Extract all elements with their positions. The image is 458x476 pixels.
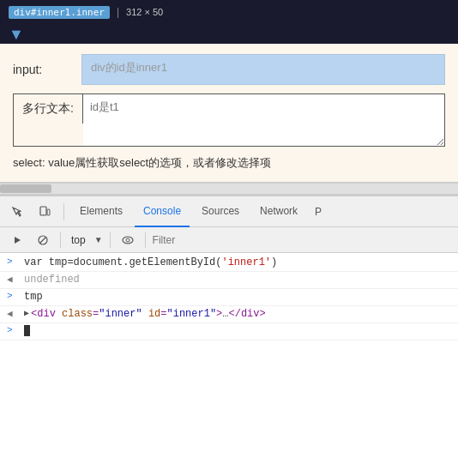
input-arrow-5: >: [7, 325, 17, 335]
expand-triangle-icon[interactable]: ▶: [24, 308, 29, 318]
console-cursor: [24, 325, 30, 336]
svg-marker-3: [15, 237, 21, 244]
toolbar-separator-1: [63, 203, 64, 220]
tooltip-tag: div#inner1.inner: [9, 6, 110, 19]
device-icon[interactable]: [33, 200, 57, 224]
console-output: > var tmp=document.getElementById('inner…: [0, 253, 458, 476]
tab-network[interactable]: Network: [251, 196, 306, 227]
svg-point-7: [126, 238, 130, 242]
dropdown-arrow-icon[interactable]: ▼: [94, 235, 103, 244]
horizontal-scrollbar[interactable]: [0, 183, 458, 195]
block-icon[interactable]: [33, 230, 53, 250]
input-field[interactable]: div的id是inner1: [81, 54, 445, 85]
output-arrow-2: ◀: [7, 274, 17, 285]
tooltip-separator: |: [117, 6, 119, 18]
devtools-tabs-toolbar: Elements Console Sources Network P: [0, 196, 458, 227]
svg-point-6: [123, 237, 133, 244]
input-row: input: div的id是inner1: [13, 54, 445, 85]
console-toolbar: top ▼: [0, 227, 458, 253]
tab-more[interactable]: P: [310, 202, 327, 221]
console-line-3: > tmp: [0, 289, 458, 306]
console-text-2: undefined: [24, 274, 80, 286]
eye-icon[interactable]: [118, 230, 138, 250]
console-text-3: tmp: [24, 291, 43, 303]
context-selector[interactable]: top: [68, 232, 89, 248]
console-line-2: ◀ undefined: [0, 272, 458, 289]
tab-console[interactable]: Console: [135, 196, 190, 227]
console-separator-2: [110, 232, 111, 248]
console-line-5[interactable]: >: [0, 323, 458, 340]
textarea-field[interactable]: [83, 94, 444, 146]
svg-rect-1: [47, 209, 50, 215]
play-icon[interactable]: [7, 230, 27, 250]
console-line-4: ◀ ▶ <div class="inner" id="inner1">…</di…: [0, 306, 458, 323]
console-separator-3: [145, 232, 146, 248]
textarea-row: 多行文本:: [13, 93, 445, 147]
scrollbar-thumb[interactable]: [0, 184, 51, 193]
tab-elements[interactable]: Elements: [71, 196, 131, 227]
svg-point-2: [43, 214, 44, 214]
input-arrow-3: >: [7, 291, 17, 301]
output-arrow-4: ◀: [7, 308, 17, 319]
svg-line-5: [40, 237, 46, 243]
select-text: select: value属性获取select的选项，或者修改选择项: [13, 156, 271, 169]
inspect-icon[interactable]: [5, 200, 29, 224]
tab-sources[interactable]: Sources: [193, 196, 248, 227]
input-arrow-1: >: [7, 256, 17, 267]
input-label: input:: [13, 63, 81, 76]
filter-input[interactable]: [153, 234, 451, 246]
input-value: div的id是inner1: [91, 61, 167, 74]
tooltip-arrow: ▼: [9, 26, 24, 43]
element-tooltip: div#inner1.inner | 312 × 50: [0, 0, 458, 24]
console-text-1: var tmp=document.getElementById('inner1'…: [24, 256, 277, 268]
console-separator-1: [60, 232, 61, 248]
tooltip-size: 312 × 50: [126, 7, 163, 17]
textarea-label: 多行文本:: [14, 94, 83, 124]
page-content: input: div的id是inner1 多行文本: select: value…: [0, 44, 458, 183]
console-element-4: <div class="inner" id="inner1">…</div>: [31, 308, 266, 320]
select-text-row: select: value属性获取select的选项，或者修改选择项: [13, 155, 445, 171]
devtools-panel: Elements Console Sources Network P: [0, 195, 458, 476]
console-line-1: > var tmp=document.getElementById('inner…: [0, 255, 458, 272]
